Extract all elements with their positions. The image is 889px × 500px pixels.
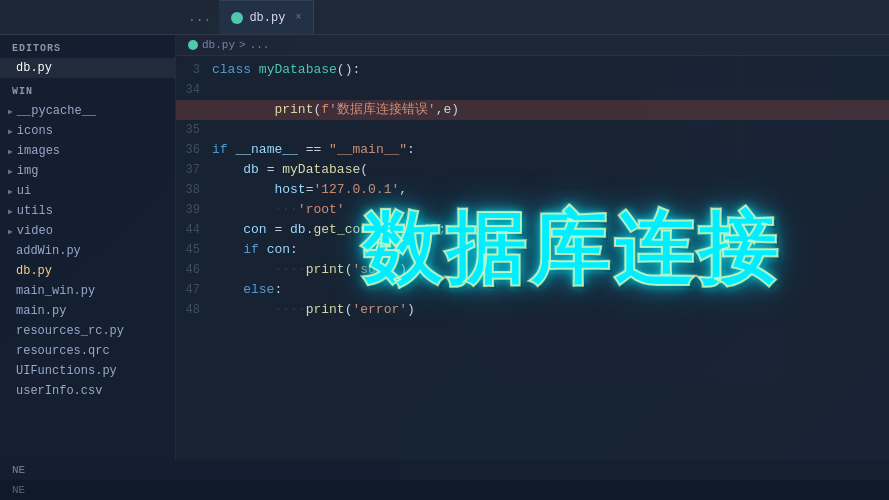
overlay-title: 数据库连接 — [361, 196, 781, 304]
sidebar-item-resources-qrc[interactable]: resources.qrc — [0, 341, 175, 361]
sidebar-item-dbpy[interactable]: db.py — [0, 261, 175, 281]
tab-file-icon — [231, 12, 243, 24]
status-text-1: NE — [12, 464, 25, 476]
folder-arrow-icon: ▶ — [8, 207, 13, 216]
folder-label: ui — [17, 184, 31, 198]
line-number: 46 — [176, 260, 212, 280]
folder-label: utils — [17, 204, 53, 218]
line-number: 48 — [176, 300, 212, 320]
code-line-3: 3 class myDatabase(): — [176, 60, 889, 80]
folder-arrow-icon: ▶ — [8, 167, 13, 176]
win-section-title: WIN — [0, 78, 175, 101]
folder-label: images — [17, 144, 60, 158]
folder-arrow-icon: ▶ — [8, 187, 13, 196]
line-number: 3 — [176, 60, 212, 80]
sidebar-item-dbpy-editor[interactable]: db.py — [0, 58, 175, 78]
code-line-highlighted: ········print(f'数据库连接错误',e) — [176, 100, 889, 120]
line-number: 37 — [176, 160, 212, 180]
sidebar-item-resources-rc[interactable]: resources_rc.py — [0, 321, 175, 341]
line-number: 39 — [176, 200, 212, 220]
folder-arrow-icon: ▶ — [8, 227, 13, 236]
code-line-36: 36 if __name__ == "__main__": — [176, 140, 889, 160]
line-content: if __name__ == "__main__": — [212, 140, 889, 160]
code-line-35: 35 — [176, 120, 889, 140]
line-content: ········print(f'数据库连接错误',e) — [212, 100, 889, 120]
sidebar-folder-images[interactable]: ▶ images — [0, 141, 175, 161]
status-text-2: NE — [12, 484, 25, 496]
tab-close-button[interactable]: × — [295, 12, 301, 23]
line-number: 47 — [176, 280, 212, 300]
code-line-37: 37 db = myDatabase( — [176, 160, 889, 180]
folder-label: img — [17, 164, 39, 178]
sidebar-folder-utils[interactable]: ▶ utils — [0, 201, 175, 221]
sidebar-folder-video[interactable]: ▶ video — [0, 221, 175, 241]
line-number: 45 — [176, 240, 212, 260]
sidebar-folder-ui[interactable]: ▶ ui — [0, 181, 175, 201]
folder-arrow-icon: ▶ — [8, 107, 13, 116]
line-content: db = myDatabase( — [212, 160, 889, 180]
breadcrumb: db.py > ... — [176, 35, 889, 56]
tab-bar: ... db.py × — [0, 0, 889, 35]
folder-label: __pycache__ — [17, 104, 96, 118]
line-number: 38 — [176, 180, 212, 200]
breadcrumb-context: ... — [250, 39, 270, 51]
sidebar-item-mainwin[interactable]: main_win.py — [0, 281, 175, 301]
sidebar-item-userinfo[interactable]: userInfo.csv — [0, 381, 175, 401]
breadcrumb-file: db.py — [202, 39, 235, 51]
sidebar-item-addwin[interactable]: addWin.py — [0, 241, 175, 261]
sidebar-item-uifunctions[interactable]: UIFunctions.py — [0, 361, 175, 381]
tab-label: db.py — [249, 11, 285, 25]
sidebar-folder-pycache[interactable]: ▶ __pycache__ — [0, 101, 175, 121]
line-number: 36 — [176, 140, 212, 160]
sidebar-folder-icons[interactable]: ▶ icons — [0, 121, 175, 141]
line-content: class myDatabase(): — [212, 60, 889, 80]
sidebar: EDITORS db.py WIN ▶ __pycache__ ▶ icons … — [0, 35, 176, 500]
folder-label: icons — [17, 124, 53, 138]
active-tab[interactable]: db.py × — [219, 0, 314, 34]
code-line-34: 34 — [176, 80, 889, 100]
sidebar-folder-img[interactable]: ▶ img — [0, 161, 175, 181]
status-bar-bottom: NE NE — [0, 460, 889, 500]
folder-arrow-icon: ▶ — [8, 147, 13, 156]
status-bar-1: NE — [0, 460, 889, 480]
breadcrumb-separator: > — [239, 39, 246, 51]
line-number: 34 — [176, 80, 212, 100]
editors-section-title: EDITORS — [0, 35, 175, 58]
status-bar-2: NE — [0, 480, 889, 500]
tab-dots: ... — [180, 10, 219, 25]
line-number: 44 — [176, 220, 212, 240]
folder-label: video — [17, 224, 53, 238]
folder-arrow-icon: ▶ — [8, 127, 13, 136]
line-number: 35 — [176, 120, 212, 140]
sidebar-item-main[interactable]: main.py — [0, 301, 175, 321]
breadcrumb-file-icon — [188, 40, 198, 50]
